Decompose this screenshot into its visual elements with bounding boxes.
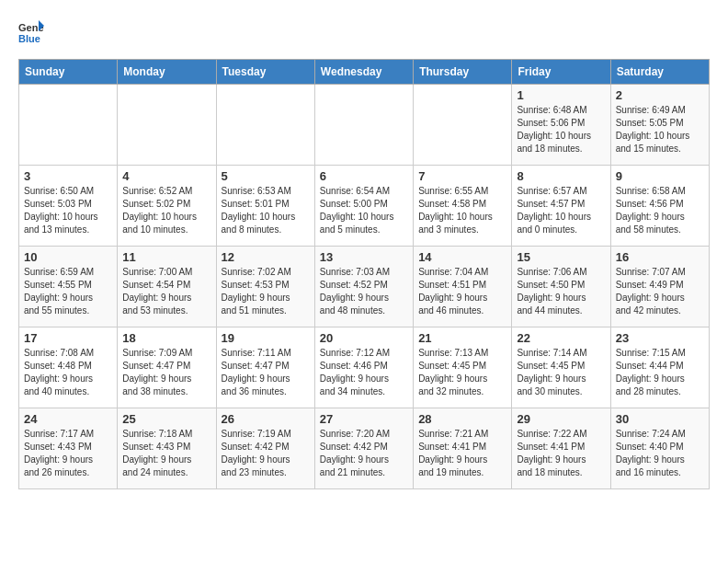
day-info: Sunrise: 7:12 AM Sunset: 4:46 PM Dayligh…: [320, 347, 408, 398]
calendar-cell: 25Sunrise: 7:18 AM Sunset: 4:43 PM Dayli…: [118, 408, 216, 489]
day-number: 8: [517, 169, 605, 183]
day-number: 18: [122, 331, 210, 345]
day-number: 24: [24, 412, 112, 426]
calendar-cell: [414, 85, 512, 166]
day-info: Sunrise: 7:15 AM Sunset: 4:44 PM Dayligh…: [616, 347, 704, 398]
weekday-header-sunday: Sunday: [19, 60, 118, 85]
calendar-cell: 2Sunrise: 6:49 AM Sunset: 5:05 PM Daylig…: [610, 85, 709, 166]
day-number: 30: [616, 412, 704, 426]
calendar-cell: 18Sunrise: 7:09 AM Sunset: 4:47 PM Dayli…: [118, 327, 216, 408]
day-info: Sunrise: 7:08 AM Sunset: 4:48 PM Dayligh…: [24, 347, 112, 398]
weekday-header-friday: Friday: [512, 60, 610, 85]
calendar-cell: 7Sunrise: 6:55 AM Sunset: 4:58 PM Daylig…: [414, 166, 512, 247]
svg-text:Blue: Blue: [18, 33, 40, 44]
day-info: Sunrise: 7:09 AM Sunset: 4:47 PM Dayligh…: [122, 347, 210, 398]
week-row-4: 17Sunrise: 7:08 AM Sunset: 4:48 PM Dayli…: [19, 327, 710, 408]
day-number: 2: [616, 88, 704, 102]
day-number: 17: [24, 331, 112, 345]
day-number: 4: [122, 169, 210, 183]
day-info: Sunrise: 7:18 AM Sunset: 4:43 PM Dayligh…: [122, 428, 210, 479]
day-number: 25: [122, 412, 210, 426]
calendar-cell: 10Sunrise: 6:59 AM Sunset: 4:55 PM Dayli…: [19, 247, 118, 327]
week-row-1: 1Sunrise: 6:48 AM Sunset: 5:06 PM Daylig…: [19, 85, 710, 166]
day-number: 9: [616, 169, 704, 183]
day-number: 28: [418, 412, 506, 426]
weekday-header-thursday: Thursday: [414, 60, 512, 85]
calendar-cell: 11Sunrise: 7:00 AM Sunset: 4:54 PM Dayli…: [118, 247, 216, 327]
calendar-cell: [118, 85, 216, 166]
day-number: 16: [616, 250, 704, 264]
day-number: 5: [222, 169, 310, 183]
calendar-cell: 14Sunrise: 7:04 AM Sunset: 4:51 PM Dayli…: [414, 247, 512, 327]
day-info: Sunrise: 6:54 AM Sunset: 5:00 PM Dayligh…: [320, 185, 408, 236]
day-info: Sunrise: 7:21 AM Sunset: 4:41 PM Dayligh…: [418, 428, 506, 479]
logo-icon: General Blue: [18, 18, 44, 44]
calendar-cell: 28Sunrise: 7:21 AM Sunset: 4:41 PM Dayli…: [414, 408, 512, 489]
calendar-cell: [216, 85, 314, 166]
day-info: Sunrise: 7:07 AM Sunset: 4:49 PM Dayligh…: [616, 266, 704, 317]
calendar-cell: 19Sunrise: 7:11 AM Sunset: 4:47 PM Dayli…: [216, 327, 314, 408]
calendar-cell: 26Sunrise: 7:19 AM Sunset: 4:42 PM Dayli…: [216, 408, 314, 489]
day-number: 26: [222, 412, 310, 426]
day-number: 29: [517, 412, 605, 426]
day-number: 12: [222, 250, 310, 264]
calendar-cell: 20Sunrise: 7:12 AM Sunset: 4:46 PM Dayli…: [314, 327, 413, 408]
week-row-2: 3Sunrise: 6:50 AM Sunset: 5:03 PM Daylig…: [19, 166, 710, 247]
calendar-cell: 15Sunrise: 7:06 AM Sunset: 4:50 PM Dayli…: [512, 247, 610, 327]
calendar-cell: 22Sunrise: 7:14 AM Sunset: 4:45 PM Dayli…: [512, 327, 610, 408]
calendar-cell: [19, 85, 118, 166]
calendar-table: SundayMondayTuesdayWednesdayThursdayFrid…: [18, 59, 710, 489]
day-info: Sunrise: 7:17 AM Sunset: 4:43 PM Dayligh…: [24, 428, 112, 479]
page-header: General Blue: [18, 18, 710, 44]
day-number: 27: [320, 412, 408, 426]
day-info: Sunrise: 6:52 AM Sunset: 5:02 PM Dayligh…: [122, 185, 210, 236]
day-number: 6: [320, 169, 408, 183]
day-info: Sunrise: 7:00 AM Sunset: 4:54 PM Dayligh…: [122, 266, 210, 317]
day-number: 19: [222, 331, 310, 345]
calendar-cell: 17Sunrise: 7:08 AM Sunset: 4:48 PM Dayli…: [19, 327, 118, 408]
day-number: 13: [320, 250, 408, 264]
day-info: Sunrise: 6:48 AM Sunset: 5:06 PM Dayligh…: [517, 104, 605, 155]
day-number: 22: [517, 331, 605, 345]
calendar-cell: 5Sunrise: 6:53 AM Sunset: 5:01 PM Daylig…: [216, 166, 314, 247]
day-info: Sunrise: 6:59 AM Sunset: 4:55 PM Dayligh…: [24, 266, 112, 317]
day-info: Sunrise: 7:03 AM Sunset: 4:52 PM Dayligh…: [320, 266, 408, 317]
logo: General Blue: [18, 18, 44, 44]
day-info: Sunrise: 7:13 AM Sunset: 4:45 PM Dayligh…: [418, 347, 506, 398]
calendar-cell: 9Sunrise: 6:58 AM Sunset: 4:56 PM Daylig…: [610, 166, 709, 247]
day-info: Sunrise: 7:04 AM Sunset: 4:51 PM Dayligh…: [418, 266, 506, 317]
weekday-header-saturday: Saturday: [610, 60, 709, 85]
day-number: 20: [320, 331, 408, 345]
day-info: Sunrise: 7:22 AM Sunset: 4:41 PM Dayligh…: [517, 428, 605, 479]
calendar-cell: 29Sunrise: 7:22 AM Sunset: 4:41 PM Dayli…: [512, 408, 610, 489]
day-number: 23: [616, 331, 704, 345]
calendar-cell: 16Sunrise: 7:07 AM Sunset: 4:49 PM Dayli…: [610, 247, 709, 327]
day-info: Sunrise: 6:53 AM Sunset: 5:01 PM Dayligh…: [222, 185, 310, 236]
calendar-cell: 24Sunrise: 7:17 AM Sunset: 4:43 PM Dayli…: [19, 408, 118, 489]
day-info: Sunrise: 7:11 AM Sunset: 4:47 PM Dayligh…: [222, 347, 310, 398]
day-info: Sunrise: 6:49 AM Sunset: 5:05 PM Dayligh…: [616, 104, 704, 155]
day-number: 10: [24, 250, 112, 264]
day-info: Sunrise: 7:06 AM Sunset: 4:50 PM Dayligh…: [517, 266, 605, 317]
day-info: Sunrise: 7:24 AM Sunset: 4:40 PM Dayligh…: [616, 428, 704, 479]
calendar-cell: 27Sunrise: 7:20 AM Sunset: 4:42 PM Dayli…: [314, 408, 413, 489]
calendar-cell: 13Sunrise: 7:03 AM Sunset: 4:52 PM Dayli…: [314, 247, 413, 327]
week-row-5: 24Sunrise: 7:17 AM Sunset: 4:43 PM Dayli…: [19, 408, 710, 489]
day-number: 11: [122, 250, 210, 264]
weekday-header-wednesday: Wednesday: [314, 60, 413, 85]
day-number: 1: [517, 88, 605, 102]
day-number: 21: [418, 331, 506, 345]
weekday-header-monday: Monday: [118, 60, 216, 85]
day-info: Sunrise: 7:02 AM Sunset: 4:53 PM Dayligh…: [222, 266, 310, 317]
calendar-cell: 8Sunrise: 6:57 AM Sunset: 4:57 PM Daylig…: [512, 166, 610, 247]
calendar-cell: [314, 85, 413, 166]
day-number: 14: [418, 250, 506, 264]
calendar-cell: 23Sunrise: 7:15 AM Sunset: 4:44 PM Dayli…: [610, 327, 709, 408]
day-info: Sunrise: 7:20 AM Sunset: 4:42 PM Dayligh…: [320, 428, 408, 479]
calendar-cell: 4Sunrise: 6:52 AM Sunset: 5:02 PM Daylig…: [118, 166, 216, 247]
day-info: Sunrise: 6:58 AM Sunset: 4:56 PM Dayligh…: [616, 185, 704, 236]
calendar-cell: 30Sunrise: 7:24 AM Sunset: 4:40 PM Dayli…: [610, 408, 709, 489]
calendar-cell: 1Sunrise: 6:48 AM Sunset: 5:06 PM Daylig…: [512, 85, 610, 166]
day-info: Sunrise: 7:19 AM Sunset: 4:42 PM Dayligh…: [222, 428, 310, 479]
day-info: Sunrise: 7:14 AM Sunset: 4:45 PM Dayligh…: [517, 347, 605, 398]
